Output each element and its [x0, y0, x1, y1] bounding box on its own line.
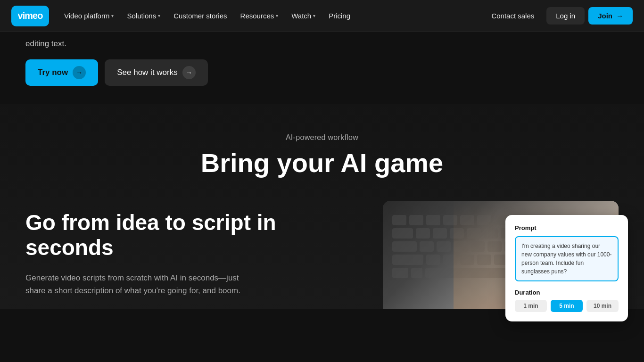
duration-5min-button[interactable]: 5 min	[551, 300, 583, 312]
svg-rect-14	[433, 228, 447, 239]
chevron-down-icon: ▾	[158, 13, 160, 18]
svg-rect-40	[392, 268, 408, 278]
contact-sales-button[interactable]: Contact sales	[483, 7, 543, 25]
ai-main-title: Go from idea to script in seconds	[25, 210, 355, 260]
svg-rect-13	[416, 228, 430, 239]
duration-10min-button[interactable]: 10 min	[586, 300, 619, 312]
try-now-button[interactable]: Try now →	[25, 59, 98, 86]
svg-rect-23	[420, 241, 434, 252]
nav-item-watch[interactable]: Watch ▾	[286, 8, 321, 24]
ai-prompt-card: Prompt I'm creating a video sharing our …	[505, 215, 628, 321]
join-button[interactable]: Join →	[588, 7, 633, 25]
svg-rect-0	[392, 215, 406, 225]
arrow-right-icon: →	[182, 66, 196, 79]
svg-rect-2	[426, 215, 440, 225]
ai-description: Generate video scripts from scratch with…	[25, 272, 252, 297]
svg-rect-24	[437, 241, 451, 252]
duration-label: Duration	[515, 289, 619, 296]
ai-section-title: Bring your AI game	[0, 148, 644, 178]
prompt-label: Prompt	[515, 224, 619, 231]
hero-buttons: Try now → See how it works →	[25, 59, 619, 86]
arrow-right-icon: →	[616, 12, 623, 20]
nav-item-pricing[interactable]: Pricing	[323, 8, 356, 24]
ai-section-header: AI-powered workflow Bring your AI game	[0, 133, 644, 178]
svg-rect-41	[411, 268, 422, 278]
duration-buttons: 1 min 5 min 10 min	[515, 300, 619, 312]
hero-description: editing text.	[25, 32, 271, 50]
ai-right-panel: Prompt I'm creating a video sharing our …	[383, 201, 619, 309]
svg-rect-12	[392, 228, 413, 239]
chevron-down-icon: ▾	[313, 13, 315, 18]
nav-item-solutions[interactable]: Solutions ▾	[121, 8, 166, 24]
prompt-text: I'm creating a video sharing our new com…	[515, 236, 619, 281]
nav-items: Video platform ▾ Solutions ▾ Customer st…	[58, 8, 483, 24]
svg-rect-31	[392, 255, 423, 265]
nav-item-customer-stories[interactable]: Customer stories	[168, 8, 232, 24]
navigation: vimeo Video platform ▾ Solutions ▾ Custo…	[0, 0, 644, 32]
svg-rect-32	[426, 255, 440, 265]
arrow-right-icon: →	[73, 66, 86, 79]
nav-item-resources[interactable]: Resources ▾	[235, 8, 284, 24]
hero-top-section: editing text. Try now → See how it works…	[0, 32, 644, 105]
login-button[interactable]: Log in	[546, 7, 585, 25]
ai-content: Go from idea to script in seconds Genera…	[0, 201, 644, 309]
svg-rect-22	[392, 241, 417, 252]
nav-actions: Contact sales Log in Join →	[483, 7, 633, 25]
ai-section: AI-powered workflow Bring your AI game G…	[0, 105, 644, 310]
duration-1min-button[interactable]: 1 min	[515, 300, 547, 312]
see-how-it-works-button[interactable]: See how it works →	[105, 59, 208, 86]
svg-rect-1	[409, 215, 423, 225]
nav-item-video-platform[interactable]: Video platform ▾	[58, 8, 119, 24]
vimeo-logo[interactable]: vimeo	[11, 6, 49, 26]
ai-left-panel: Go from idea to script in seconds Genera…	[25, 201, 355, 297]
chevron-down-icon: ▾	[111, 13, 114, 18]
ai-section-label: AI-powered workflow	[0, 133, 644, 142]
chevron-down-icon: ▾	[276, 13, 278, 18]
